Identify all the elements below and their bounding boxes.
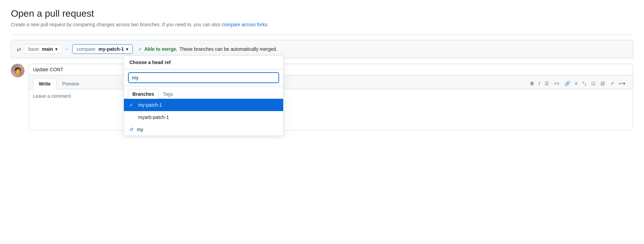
dropdown-tab-branches[interactable]: Branches (128, 89, 159, 99)
numbered-list-icon[interactable]: ⁹₁ (582, 80, 587, 87)
comment-area[interactable]: Leave a comment (29, 89, 633, 130)
pr-form-area: 🧑 Write Preview B I ☰ <> 🔗 ≡ ⁹₁ ☑ @ ↗ ↩▾ (11, 64, 633, 131)
divider (11, 34, 633, 34)
link-icon[interactable]: 🔗 (564, 80, 571, 87)
selected-check-icon: ✓ (129, 102, 135, 108)
base-branch-name: main (42, 46, 53, 52)
heading-icon[interactable]: ☰ (544, 80, 550, 87)
history-item-label: my (137, 127, 143, 132)
base-branch-button[interactable]: base: main ▾ (24, 44, 62, 54)
merge-status-bold: Able to merge. (144, 46, 177, 52)
task-list-icon[interactable]: ☑ (591, 80, 596, 87)
merge-status: ✓ Able to merge. These branches can be a… (138, 46, 277, 52)
title-input-container (29, 64, 633, 75)
subtitle-text: Create a new pull request by comparing c… (11, 22, 221, 27)
compare-forks-link[interactable]: compare across forks. (222, 22, 269, 27)
compare-chevron-icon: ▾ (126, 46, 128, 52)
more-icon[interactable]: ↩▾ (618, 80, 626, 87)
merge-check-icon: ✓ (138, 46, 142, 52)
bold-icon[interactable]: B (530, 80, 534, 87)
ref-icon[interactable]: ↗ (609, 80, 615, 87)
page-subtitle: Create a new pull request by comparing c… (11, 22, 633, 27)
dropdown-search-container: my (124, 70, 283, 86)
history-icon: ↺ (129, 127, 133, 132)
compare-branch-name: my-patch-1 (98, 46, 124, 52)
branch-item-label: my-patch-1 (138, 102, 162, 108)
bullet-list-icon[interactable]: ≡ (574, 80, 578, 87)
pr-form: Write Preview B I ☰ <> 🔗 ≡ ⁹₁ ☑ @ ↗ ↩▾ L… (29, 64, 633, 131)
dropdown-item-myarb-patch-1[interactable]: myarb-patch-1 (124, 111, 283, 123)
branch-bar: ⇄ base: main ▾ ← compare: my-patch-1 ▾ ✓… (11, 40, 633, 58)
dropdown-search-input[interactable]: my (128, 72, 279, 83)
user-avatar: 🧑 (11, 64, 25, 77)
pr-title-input[interactable] (33, 67, 629, 72)
editor-toolbar: B I ☰ <> 🔗 ≡ ⁹₁ ☑ @ ↗ ↩▾ (530, 80, 629, 87)
dropdown-item-my-history[interactable]: ↺ my (124, 123, 283, 136)
page-title: Open a pull request (11, 8, 633, 19)
compare-icon: ⇄ (17, 46, 21, 52)
mention-icon[interactable]: @ (600, 80, 606, 87)
compare-branch-button[interactable]: compare: my-patch-1 ▾ (72, 44, 133, 54)
tab-write[interactable]: Write (33, 78, 57, 89)
code-icon[interactable]: <> (553, 80, 560, 87)
head-ref-dropdown: Choose a head ref my Branches Tags ✓ my-… (124, 55, 284, 136)
dropdown-tabs-bar: Branches Tags (124, 86, 283, 99)
editor-tabs-bar: Write Preview B I ☰ <> 🔗 ≡ ⁹₁ ☑ @ ↗ ↩▾ (29, 75, 633, 89)
comment-placeholder: Leave a comment (33, 93, 71, 99)
tab-preview[interactable]: Preview (57, 78, 85, 89)
base-label: base: (28, 46, 40, 52)
arrow-icon: ← (65, 46, 69, 52)
avatar-image: 🧑 (11, 64, 25, 77)
dropdown-tab-tags[interactable]: Tags (159, 89, 178, 99)
dropdown-title: Choose a head ref (124, 56, 283, 70)
base-chevron-icon: ▾ (55, 46, 58, 52)
dropdown-item-my-patch-1[interactable]: ✓ my-patch-1 (124, 99, 283, 111)
merge-status-text: These branches can be automatically merg… (179, 46, 277, 52)
compare-label: compare: (77, 46, 96, 52)
branch-item-label: myarb-patch-1 (138, 115, 169, 120)
dropdown-list: ✓ my-patch-1 myarb-patch-1 ↺ my (124, 99, 283, 136)
italic-icon[interactable]: I (538, 80, 541, 87)
